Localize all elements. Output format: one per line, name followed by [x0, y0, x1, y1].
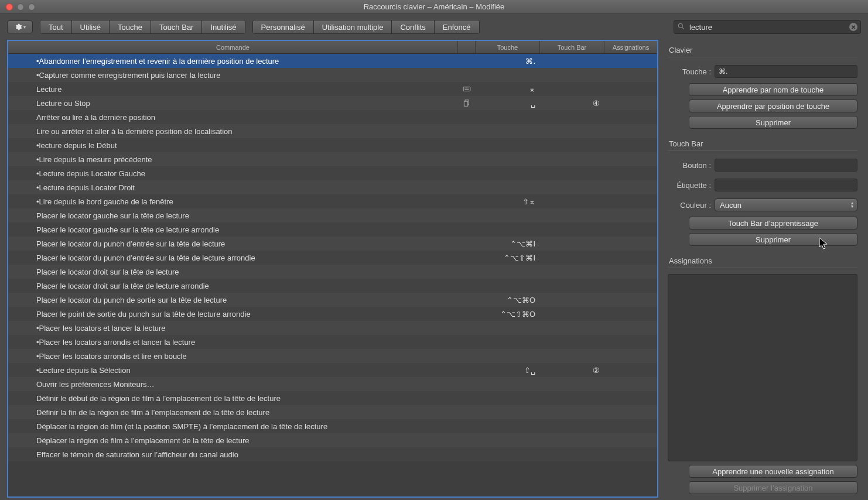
table-row[interactable]: •Lire depuis la mesure précédente [8, 152, 657, 166]
touchbar-cell [540, 265, 604, 279]
icon-cell [458, 180, 476, 194]
inspector-panel: Clavier Touche : ⌘. Apprendre par nom de… [664, 40, 861, 498]
tb-color-label: Couleur : [668, 201, 711, 210]
key-cell [476, 180, 540, 194]
filter-touch-bar[interactable]: Touch Bar [151, 20, 203, 33]
learn-key-position-button[interactable]: Apprendre par position de touche [689, 100, 857, 112]
assignments-cell [604, 96, 657, 110]
options-menu-button[interactable]: ▾ [7, 20, 33, 33]
col-touchbar[interactable]: Touch Bar [540, 41, 604, 53]
tb-button-field[interactable] [715, 159, 857, 172]
tb-delete-button[interactable]: Supprimer [689, 233, 857, 246]
touchbar-cell [540, 124, 604, 138]
close-window-button[interactable] [6, 4, 13, 11]
table-row[interactable]: •Lecture depuis Locator Droit [8, 180, 657, 194]
command-cell: Placer le locator droit sur la tête de l… [8, 279, 458, 293]
table-row[interactable]: •Placer les locators arrondis et lire en… [8, 349, 657, 363]
icon-cell [458, 68, 476, 82]
col-assignments[interactable]: Assignations [604, 41, 657, 53]
mode-utilisation-multiple[interactable]: Utilisation multiple [314, 20, 392, 33]
table-row[interactable]: Arrêter ou lire à la dernière position [8, 110, 657, 124]
table-row[interactable]: Déplacer la région de film à l’emplaceme… [8, 433, 657, 447]
table-row[interactable]: •Placer les locators et lancer la lectur… [8, 321, 657, 335]
assignments-list[interactable] [668, 274, 857, 461]
table-row[interactable]: •lecture depuis le Début [8, 138, 657, 152]
table-row[interactable]: Placer le locator gauche sur la tête de … [8, 222, 657, 237]
table-row[interactable]: •Lire depuis le bord gauche de la fenêtr… [8, 194, 657, 208]
icon-cell [458, 194, 476, 208]
learn-key-name-button[interactable]: Apprendre par nom de touche [689, 83, 857, 96]
table-row[interactable]: Placer le locator du punch de sortie sur… [8, 293, 657, 307]
delete-assignment-button[interactable]: Supprimer l’assignation [689, 481, 857, 494]
svg-rect-6 [467, 88, 468, 88]
table-row[interactable]: •Abandonner l’enregistrement et revenir … [8, 54, 657, 68]
table-row[interactable]: •Capturer comme enregistrement puis lanc… [8, 68, 657, 82]
assignments-cell [604, 222, 657, 237]
mode-segment: PersonnaliséUtilisation multipleConflits… [252, 20, 480, 34]
table-row[interactable]: Placer le locator du punch d’entrée sur … [8, 237, 657, 251]
table-row[interactable]: Lire ou arrêter et aller à la dernière p… [8, 124, 657, 138]
updown-chevrons-icon: ▴▾ [851, 201, 853, 208]
table-row[interactable]: Lecture ou Stop␣④ [8, 96, 657, 110]
table-row[interactable]: •Lecture depuis Locator Gauche [8, 166, 657, 180]
table-row[interactable]: •Placer les locators arrondis et lancer … [8, 335, 657, 349]
touchbar-cell [540, 279, 604, 293]
clear-search-button[interactable]: ✕ [849, 23, 857, 31]
table-row[interactable]: Lecture⌅ [8, 82, 657, 96]
key-field-label: Touche : [668, 67, 711, 76]
table-row[interactable]: Placer le locator gauche sur la tête de … [8, 208, 657, 222]
table-row[interactable]: Placer le point de sortie du punch sur l… [8, 307, 657, 321]
table-row[interactable]: Déplacer la région de film (et la positi… [8, 419, 657, 433]
touchbar-cell [540, 68, 604, 82]
mode-personnalisé[interactable]: Personnalisé [253, 20, 314, 33]
assignments-cell [604, 419, 657, 433]
tb-color-select[interactable]: Aucun ▴▾ [715, 198, 857, 211]
key-cell: ⌃⌥⇧⌘I [476, 251, 540, 265]
table-row[interactable]: Placer le locator du punch d’entrée sur … [8, 251, 657, 265]
assignments-cell [604, 237, 657, 251]
assignments-cell [604, 293, 657, 307]
icon-cell [458, 54, 476, 68]
mode-enfoncé[interactable]: Enfoncé [435, 20, 479, 33]
tb-learn-button[interactable]: Touch Bar d’apprentissage [689, 217, 857, 230]
col-key[interactable]: Touche [476, 41, 540, 53]
search-input[interactable] [674, 20, 861, 34]
icon-cell [458, 349, 476, 363]
key-cell [476, 419, 540, 433]
touchbar-cell [540, 180, 604, 194]
filter-touche[interactable]: Touche [110, 20, 151, 33]
tb-color-value: Aucun [720, 201, 741, 210]
learn-assignment-button[interactable]: Apprendre une nouvelle assignation [689, 465, 857, 478]
filter-utilisé[interactable]: Utilisé [72, 20, 110, 33]
table-row[interactable]: Placer le locator droit sur la tête de l… [8, 279, 657, 293]
key-cell [476, 68, 540, 82]
command-cell: •Capturer comme enregistrement puis lanc… [8, 68, 458, 82]
assignments-section-title: Assignations [668, 254, 857, 268]
table-row[interactable]: •Lecture depuis la Sélection⇧␣② [8, 363, 657, 377]
filter-inutilisé[interactable]: Inutilisé [202, 20, 244, 33]
table-row[interactable]: Définir le début de la région de film à … [8, 391, 657, 405]
zoom-window-button[interactable] [28, 4, 35, 11]
delete-key-button[interactable]: Supprimer [689, 116, 857, 129]
filter-tout[interactable]: Tout [40, 20, 72, 33]
tb-label-field[interactable] [715, 179, 857, 191]
icon-cell [458, 222, 476, 237]
key-cell [476, 335, 540, 349]
svg-rect-5 [466, 88, 467, 88]
table-row[interactable]: Définir la fin de la région de film à l’… [8, 405, 657, 419]
col-command[interactable]: Commande [8, 41, 458, 53]
table-row[interactable]: Effacer le témoin de saturation sur l’af… [8, 447, 657, 461]
search-wrap: ✕ [674, 20, 861, 34]
command-cell: Placer le locator du punch d’entrée sur … [8, 237, 458, 251]
table-row[interactable]: Placer le locator droit sur la tête de l… [8, 265, 657, 279]
touchbar-cell [540, 419, 604, 433]
command-cell: •Placer les locators arrondis et lancer … [8, 335, 458, 349]
mode-conflits[interactable]: Conflits [392, 20, 434, 33]
key-cell: ⌃⌥⌘I [476, 237, 540, 251]
window-title: Raccourcis clavier – Américain – Modifié… [0, 2, 868, 11]
assignments-cell [604, 166, 657, 180]
command-cell: Placer le locator gauche sur la tête de … [8, 222, 458, 237]
minimize-window-button[interactable] [17, 4, 24, 11]
table-row[interactable]: Ouvrir les préférences Moniteurs… [8, 377, 657, 391]
key-field[interactable]: ⌘. [715, 65, 857, 78]
